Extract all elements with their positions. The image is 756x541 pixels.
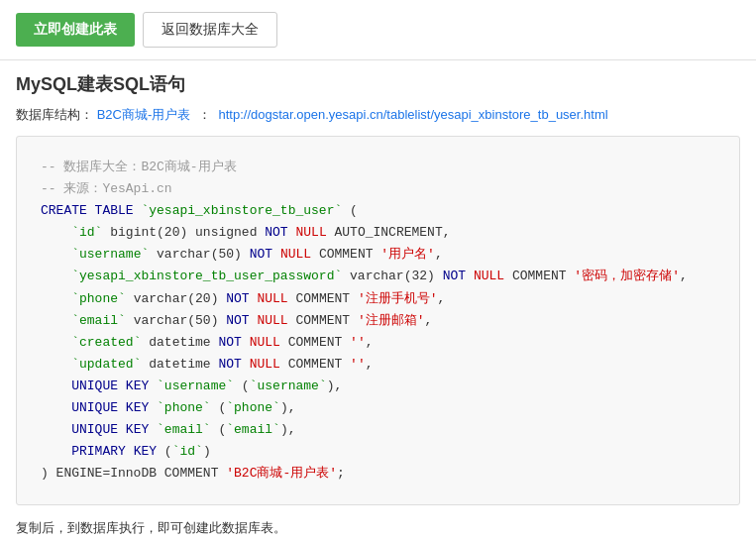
code-comment2: -- 来源：YesApi.cn xyxy=(41,178,715,200)
code-line12: PRIMARY KEY (`id`) xyxy=(41,441,715,463)
code-line3: `username` varchar(50) NOT NULL COMMENT … xyxy=(41,244,715,266)
code-line9: UNIQUE KEY `username` (`username`), xyxy=(41,376,715,397)
db-structure: 数据库结构： B2C商城-用户表 ： http://dogstar.open.y… xyxy=(0,102,756,136)
code-line2: `id` bigint(20) unsigned NOT NULL AUTO_I… xyxy=(41,222,715,244)
code-line13: ) ENGINE=InnoDB COMMENT 'B2C商城-用户表'; xyxy=(41,463,715,485)
code-line1: CREATE TABLE `yesapi_xbinstore_tb_user` … xyxy=(41,200,715,222)
db-link[interactable]: B2C商城-用户表 xyxy=(97,107,191,122)
code-line8: `updated` datetime NOT NULL COMMENT '', xyxy=(41,354,715,376)
page-title: MySQL建表SQL语句 xyxy=(0,60,756,102)
code-line11: UNIQUE KEY `email` (`email`), xyxy=(41,419,715,441)
code-line10: UNIQUE KEY `phone` (`phone`), xyxy=(41,397,715,419)
code-line7: `created` datetime NOT NULL COMMENT '', xyxy=(41,332,715,354)
code-line5: `phone` varchar(20) NOT NULL COMMENT '注册… xyxy=(41,288,715,310)
db-label: 数据库结构： xyxy=(16,107,93,122)
sql-code-block: -- 数据库大全：B2C商城-用户表 -- 来源：YesApi.cn CREAT… xyxy=(16,136,740,505)
footer-note: 复制后，到数据库执行，即可创建此数据库表。 xyxy=(0,505,756,541)
code-line4: `yesapi_xbinstore_tb_user_password` varc… xyxy=(41,266,715,287)
separator: ： xyxy=(198,107,211,122)
code-line6: `email` varchar(50) NOT NULL COMMENT '注册… xyxy=(41,310,715,332)
toolbar: 立即创建此表 返回数据库大全 xyxy=(0,0,756,60)
db-url: http://dogstar.open.yesapi.cn/tablelist/… xyxy=(219,107,608,122)
code-comment1: -- 数据库大全：B2C商城-用户表 xyxy=(41,157,715,178)
back-button[interactable]: 返回数据库大全 xyxy=(143,12,277,48)
create-table-button[interactable]: 立即创建此表 xyxy=(16,13,135,47)
